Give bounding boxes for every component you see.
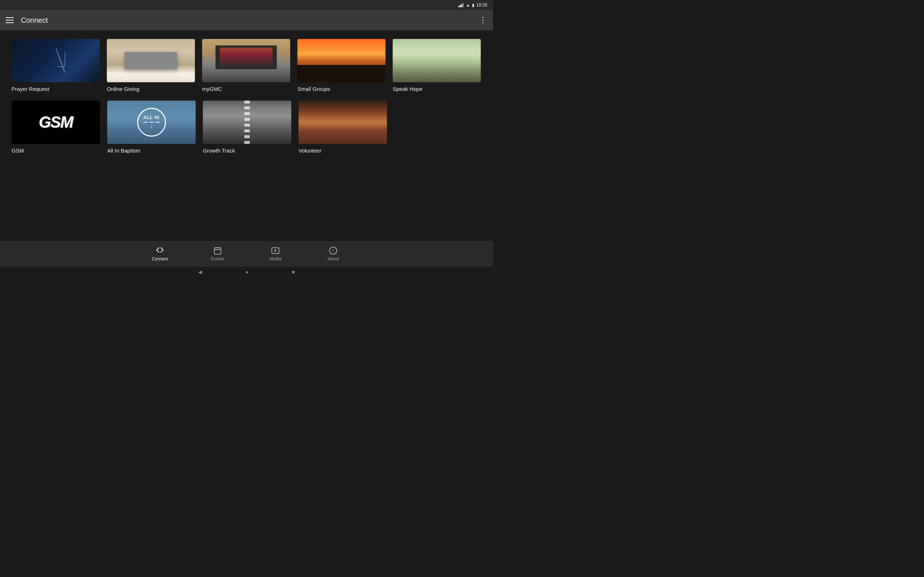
grid-item-growth-track[interactable]: Growth Track <box>203 101 291 154</box>
nav-item-media[interactable]: Media <box>247 243 304 264</box>
allin-arrow-icon: ↓ <box>150 123 153 129</box>
grid-item-speak-hope[interactable]: Speak Hope <box>393 39 481 92</box>
label-prayer-request: Prayer Request <box>11 86 100 92</box>
grid-item-online-giving[interactable]: Online Giving <box>107 39 195 92</box>
grid-item-small-groups[interactable]: Small Groups <box>297 39 386 92</box>
nav-item-events[interactable]: Events <box>189 243 247 264</box>
system-nav-bar: ◀ ● ■ <box>0 267 493 277</box>
gsm-text: GSM <box>39 113 73 131</box>
label-gsm: GSM <box>11 148 100 154</box>
about-nav-icon: i <box>329 246 338 255</box>
nav-label-connect: Connect <box>152 256 168 261</box>
more-options-icon[interactable]: ⋮ <box>479 16 487 25</box>
label-growth-track: Growth Track <box>203 148 291 154</box>
thumbnail-speak-hope <box>393 39 481 82</box>
allin-circle: ALL IN ↓ <box>137 108 166 137</box>
app-title: Connect <box>21 16 48 24</box>
label-speak-hope: Speak Hope <box>393 86 481 92</box>
label-all-in-baptism: All In Baptism <box>107 148 195 154</box>
main-content: Prayer Request Online Giving myGMC Small… <box>0 30 493 251</box>
thumbnail-gsm: GSM <box>11 101 100 144</box>
home-button[interactable]: ● <box>246 269 248 275</box>
thumbnail-online-giving <box>107 39 195 82</box>
media-nav-icon <box>271 246 280 255</box>
nav-item-connect[interactable]: Connect <box>131 243 189 264</box>
thumbnail-small-groups <box>297 39 386 82</box>
connect-nav-icon <box>155 246 164 255</box>
grid-row-2: GSM GSM ALL IN ↓ All In Baptism <box>11 101 387 154</box>
svg-rect-0 <box>215 248 221 254</box>
thumbnail-volunteer <box>299 101 387 144</box>
grid-item-volunteer[interactable]: Volunteer <box>299 101 387 154</box>
hamburger-menu-icon[interactable] <box>6 17 14 23</box>
app-bar: Connect ⋮ <box>0 10 493 30</box>
grid-row-1: Prayer Request Online Giving myGMC Small… <box>11 39 481 92</box>
back-button[interactable]: ◀ <box>198 269 202 275</box>
thumbnail-all-in-baptism: ALL IN ↓ <box>107 101 195 144</box>
label-online-giving: Online Giving <box>107 86 195 92</box>
thumbnail-growth-track <box>203 101 291 144</box>
nav-label-media: Media <box>270 256 281 261</box>
grid-item-gsm[interactable]: GSM GSM <box>11 101 100 154</box>
app-bar-left: Connect <box>6 16 48 24</box>
time-display: 10:26 <box>477 3 487 8</box>
status-bar: ▲ ▮ 10:26 <box>0 0 493 10</box>
signal-icon <box>459 3 464 7</box>
nav-label-about: About <box>327 256 339 261</box>
bottom-nav: Connect Events Media i About <box>0 241 493 267</box>
allin-waves <box>143 121 160 122</box>
svg-marker-5 <box>275 249 277 252</box>
recents-button[interactable]: ■ <box>292 269 295 275</box>
allin-text-label: ALL IN <box>143 115 159 120</box>
nav-label-events: Events <box>211 256 225 261</box>
thumbnail-prayer-request <box>11 39 100 82</box>
thumbnail-mygmc <box>202 39 290 82</box>
label-small-groups: Small Groups <box>297 86 386 92</box>
grid-item-mygmc[interactable]: myGMC <box>202 39 290 92</box>
wifi-icon: ▲ <box>466 3 470 7</box>
grid-item-prayer-request[interactable]: Prayer Request <box>11 39 100 92</box>
nav-item-about[interactable]: i About <box>304 243 362 264</box>
svg-text:i: i <box>333 248 334 253</box>
battery-icon: ▮ <box>472 3 474 8</box>
label-mygmc: myGMC <box>202 86 290 92</box>
label-volunteer: Volunteer <box>299 148 387 154</box>
grid-item-all-in-baptism[interactable]: ALL IN ↓ All In Baptism <box>107 101 195 154</box>
events-nav-icon <box>213 246 222 255</box>
